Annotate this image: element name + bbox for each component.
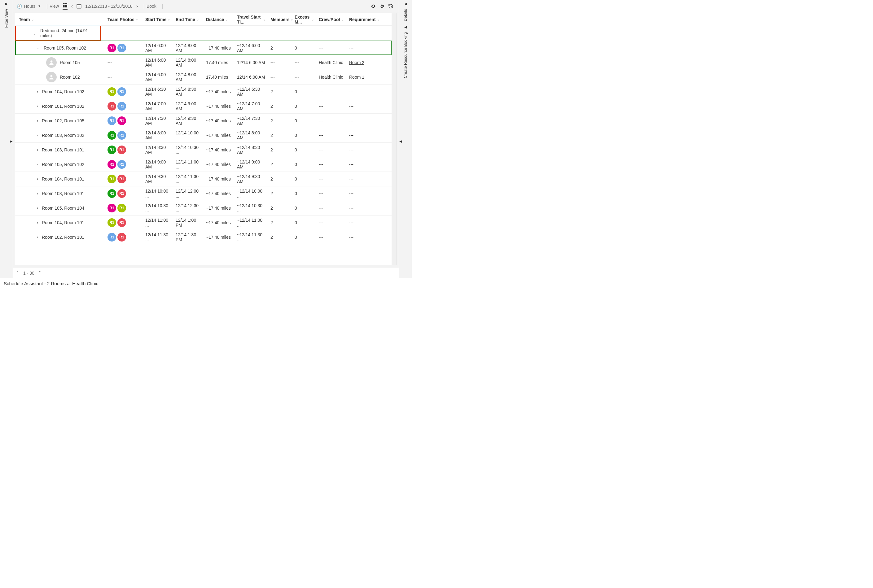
chevron-icon[interactable]: › <box>37 235 38 239</box>
table-row[interactable]: ›Room 103, Room 102R1R112/14 8:00 AM12/1… <box>15 128 392 142</box>
end-cell: 12/14 10:00 ... <box>173 130 204 140</box>
chevron-icon[interactable]: › <box>37 220 38 225</box>
team-name: Room 105, Room 102 <box>42 162 84 167</box>
col-end[interactable]: End Time⌄ <box>173 17 204 22</box>
excess-cell: 0 <box>292 118 316 123</box>
svg-rect-11 <box>77 4 78 4</box>
table-row[interactable]: ›Room 104, Room 102R1R112/14 6:30 AM12/1… <box>15 84 392 99</box>
grid-view-button[interactable] <box>63 3 68 10</box>
collapse-left-icon[interactable]: ▶ <box>5 2 8 6</box>
svg-point-13 <box>373 6 374 6</box>
avatar-badge: R1 <box>117 131 126 140</box>
excess-cell: 0 <box>292 162 316 167</box>
vertical-scrollbar[interactable] <box>392 14 397 265</box>
col-travel[interactable]: Travel Start Ti...⌄ <box>234 15 268 24</box>
eye-icon[interactable] <box>369 2 378 10</box>
avatars: R1R1 <box>108 87 126 96</box>
crew-cell: --- <box>316 45 347 51</box>
details-tab[interactable]: Details <box>403 9 408 21</box>
chevron-icon[interactable]: › <box>37 133 38 138</box>
group-label: Redmond: 24 min (14.91 miles) <box>40 28 101 38</box>
team-name: Room 103, Room 102 <box>42 133 84 138</box>
pager-next[interactable]: ˅ <box>39 271 41 275</box>
next-period-button[interactable]: › <box>136 3 138 9</box>
col-crew[interactable]: Crew/Pool⌄ <box>316 17 347 22</box>
col-excess[interactable]: Excess M...⌄ <box>292 15 316 24</box>
filter-view-tab[interactable]: Filter View <box>4 9 9 27</box>
chevron-icon[interactable]: › <box>37 90 38 94</box>
table-row[interactable]: ›Room 103, Room 101R1R112/14 10:00 ...12… <box>15 186 392 201</box>
table-row[interactable]: ›Room 102, Room 101R1R112/14 11:30 ...12… <box>15 230 392 244</box>
chevron-icon[interactable]: › <box>37 148 38 152</box>
right-rail-expander-icon[interactable]: ◀ <box>399 140 402 143</box>
avatar-badge: R1 <box>117 44 126 52</box>
requirement-link[interactable]: Room 1 <box>349 75 364 80</box>
distance-cell: 17.40 miles <box>204 60 234 65</box>
table-row[interactable]: Room 102---12/14 6:00 AM12/14 8:00 AM17.… <box>15 70 392 84</box>
end-cell: 12/14 12:30 ... <box>173 203 204 213</box>
avatar-badge: R1 <box>117 116 126 125</box>
table-row[interactable]: ⌄Room 105, Room 102R1R112/14 6:00 AM12/1… <box>15 40 392 55</box>
chevron-icon[interactable]: › <box>37 118 38 123</box>
col-distance[interactable]: Distance⌄ <box>204 17 234 22</box>
table-row[interactable]: ›Room 104, Room 101R1R112/14 9:30 AM12/1… <box>15 171 392 186</box>
end-cell: 12/14 1:00 PM <box>173 218 204 228</box>
collapse-right-icon-2[interactable]: ◀ <box>404 25 407 29</box>
avatars: R1R1 <box>108 116 126 125</box>
members-cell: 2 <box>268 206 292 210</box>
table-header: Team⌄ Team Photos⌄ Start Time⌄ End Time⌄… <box>15 14 392 26</box>
create-booking-tab[interactable]: Create Resource Booking <box>403 32 408 78</box>
col-requirement[interactable]: Requirement⌄ <box>347 17 382 22</box>
excess-cell: 0 <box>292 206 316 210</box>
col-start[interactable]: Start Time⌄ <box>143 17 173 22</box>
prev-period-button[interactable]: ‹ <box>71 3 73 9</box>
pager: ˄ 1 - 30 ˅ <box>13 267 399 278</box>
chevron-icon[interactable]: › <box>37 104 38 108</box>
table-row[interactable]: ›Room 104, Room 101R1R112/14 11:00 ...12… <box>15 215 392 230</box>
avatars: R1R1 <box>108 233 126 242</box>
requirement-link[interactable]: Room 2 <box>349 60 364 65</box>
col-photos[interactable]: Team Photos⌄ <box>105 17 143 22</box>
table-row[interactable]: ›Room 105, Room 102R1R112/14 9:00 AM12/1… <box>15 157 392 171</box>
grid[interactable]: Team⌄ Team Photos⌄ Start Time⌄ End Time⌄… <box>15 14 392 265</box>
group-row[interactable]: ⌄ Redmond: 24 min (14.91 miles) <box>15 26 101 40</box>
avatars: R1R1 <box>108 218 126 227</box>
requirement-cell: --- <box>349 162 353 167</box>
svg-rect-3 <box>63 4 64 6</box>
calendar-icon[interactable] <box>77 4 81 9</box>
travel-cell: ~12/14 6:30 AM <box>234 87 268 97</box>
book-button[interactable]: Book <box>147 4 156 9</box>
col-team[interactable]: Team⌄ <box>15 17 105 22</box>
table-row[interactable]: Room 105---12/14 6:00 AM12/14 8:00 AM17.… <box>15 55 392 70</box>
table-row[interactable]: ›Room 103, Room 101R1R112/14 8:30 AM12/1… <box>15 142 392 157</box>
collapse-right-icon[interactable]: ◀ <box>404 2 407 6</box>
chevron-icon[interactable]: › <box>37 177 38 181</box>
chevron-icon[interactable]: ⌄ <box>37 46 40 50</box>
left-rail-expander-icon[interactable]: ▶ <box>10 140 12 143</box>
crew-cell: --- <box>316 133 347 138</box>
svg-rect-0 <box>63 3 64 4</box>
date-range[interactable]: 12/12/2018 - 12/18/2018 <box>85 4 132 9</box>
chevron-icon[interactable]: › <box>37 206 38 210</box>
svg-rect-7 <box>65 6 66 8</box>
main-area: 🕘 Hours ▼ | View ‹ 12/12/2018 - 12/18/20… <box>13 0 399 278</box>
members-cell: --- <box>268 60 292 65</box>
chevron-icon[interactable]: › <box>37 162 38 166</box>
team-name: Room 105, Room 102 <box>44 45 86 51</box>
gear-icon[interactable] <box>378 2 386 10</box>
start-cell: 12/14 8:30 AM <box>143 145 173 155</box>
col-members[interactable]: Members⌄ <box>268 17 292 22</box>
table-row[interactable]: ›Room 105, Room 104R1R112/14 10:30 ...12… <box>15 201 392 215</box>
members-cell: 2 <box>268 147 292 152</box>
pager-prev[interactable]: ˄ <box>17 271 19 275</box>
chevron-icon[interactable]: › <box>37 191 38 196</box>
requirement-cell: --- <box>349 147 353 152</box>
person-avatar-icon <box>46 57 57 68</box>
excess-cell: 0 <box>292 177 316 182</box>
table-row[interactable]: ›Room 101, Room 102R1R112/14 7:00 AM12/1… <box>15 99 392 113</box>
table-row[interactable]: ›Room 102, Room 105R1R112/14 7:30 AM12/1… <box>15 113 392 128</box>
refresh-icon[interactable] <box>386 2 395 10</box>
members-cell: 2 <box>268 45 292 51</box>
hours-dropdown[interactable]: 🕘 Hours ▼ <box>17 4 41 9</box>
avatar-badge: R1 <box>117 204 126 212</box>
